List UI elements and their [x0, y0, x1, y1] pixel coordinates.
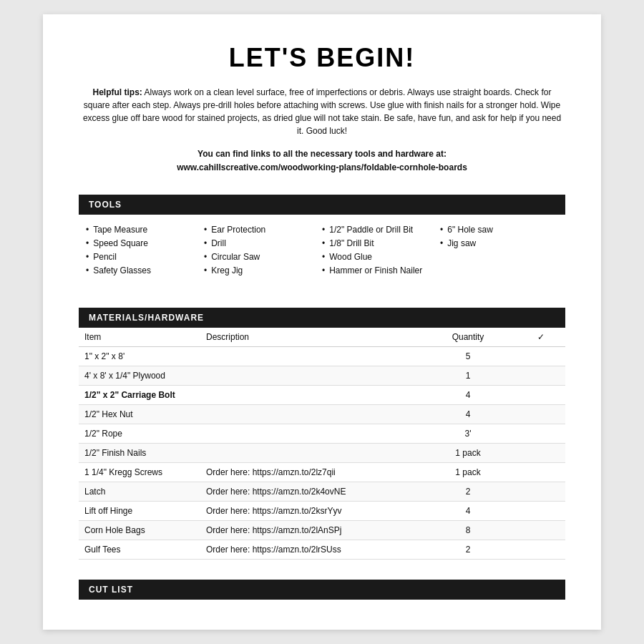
- list-item: Jig saw: [440, 238, 558, 248]
- item-cell: 4' x 8' x 1/4" Plywood: [79, 366, 200, 386]
- list-item: Wood Glue: [322, 252, 440, 262]
- description-cell: [200, 386, 419, 405]
- item-cell: 1/2" Finish Nails: [79, 444, 200, 463]
- check-cell: [517, 502, 565, 521]
- item-cell: Gulf Tees: [79, 540, 200, 560]
- table-header-row: Item Description Quantity ✓: [79, 328, 565, 347]
- page-title: LET'S BEGIN!: [79, 43, 565, 73]
- table-row: 1/2" Rope3': [79, 424, 565, 444]
- links-line: You can find links to all the necessary …: [79, 147, 565, 161]
- list-item: 1/8" Drill Bit: [322, 238, 440, 248]
- list-item: Tape Measure: [86, 225, 204, 235]
- table-row: 4' x 8' x 1/4" Plywood1: [79, 366, 565, 386]
- col-header-item: Item: [79, 328, 200, 347]
- quantity-cell: 2: [419, 540, 517, 560]
- item-cell: 1/2" Rope: [79, 424, 200, 444]
- quantity-cell: 1: [419, 366, 517, 386]
- item-cell: Corn Hole Bags: [79, 521, 200, 540]
- col-header-quantity: Quantity: [419, 328, 517, 347]
- quantity-cell: 2: [419, 482, 517, 502]
- materials-table-body: 1" x 2" x 8'54' x 8' x 1/4" Plywood11/2"…: [79, 347, 565, 560]
- page: LET'S BEGIN! Helpful tips: Always work o…: [43, 14, 601, 630]
- list-item: Circular Saw: [204, 252, 322, 262]
- quantity-cell: 4: [419, 502, 517, 521]
- list-item: Kreg Jig: [204, 265, 322, 275]
- list-item: Speed Square: [86, 238, 204, 248]
- quantity-cell: 5: [419, 347, 517, 366]
- description-cell: [200, 405, 419, 424]
- table-row: 1/2" x 2" Carriage Bolt4: [79, 386, 565, 405]
- check-cell: [517, 386, 565, 405]
- check-cell: [517, 347, 565, 366]
- quantity-cell: 3': [419, 424, 517, 444]
- description-cell: [200, 366, 419, 386]
- list-item: Pencil: [86, 252, 204, 262]
- quantity-cell: 4: [419, 386, 517, 405]
- table-row: Gulf TeesOrder here: https://amzn.to/2lr…: [79, 540, 565, 560]
- quantity-cell: 1 pack: [419, 463, 517, 482]
- check-cell: [517, 463, 565, 482]
- description-cell: [200, 444, 419, 463]
- item-cell: 1 1/4" Kregg Screws: [79, 463, 200, 482]
- check-cell: [517, 444, 565, 463]
- cut-list-header: CUT LIST: [79, 580, 565, 600]
- links-section: You can find links to all the necessary …: [79, 147, 565, 175]
- description-cell: [200, 347, 419, 366]
- helpful-tips-text: Always work on a clean level surface, fr…: [83, 87, 561, 136]
- table-row: 1/2" Hex Nut4: [79, 405, 565, 424]
- col-header-description: Description: [200, 328, 419, 347]
- col-header-check: ✓: [517, 328, 565, 347]
- list-item: 6" Hole saw: [440, 225, 558, 235]
- list-item: Hammer or Finish Nailer: [322, 265, 440, 275]
- materials-section: MATERIALS/HARDWARE Item Description Quan…: [79, 308, 565, 560]
- tools-col-1: Tape Measure Speed Square Pencil Safety …: [86, 225, 204, 279]
- description-cell: [200, 424, 419, 444]
- check-cell: [517, 424, 565, 444]
- description-cell: Order here: https://amzn.to/2lrSUss: [200, 540, 419, 560]
- table-row: 1" x 2" x 8'5: [79, 347, 565, 366]
- tools-grid: Tape Measure Speed Square Pencil Safety …: [79, 215, 565, 286]
- item-cell: 1" x 2" x 8': [79, 347, 200, 366]
- check-cell: [517, 366, 565, 386]
- tools-col-3: 1/2" Paddle or Drill Bit 1/8" Drill Bit …: [322, 225, 440, 279]
- item-cell: 1/2" Hex Nut: [79, 405, 200, 424]
- description-cell: Order here: https://amzn.to/2ksrYyv: [200, 502, 419, 521]
- check-cell: [517, 521, 565, 540]
- helpful-tips-label: Helpful tips:: [93, 87, 142, 97]
- item-cell: Latch: [79, 482, 200, 502]
- materials-table: Item Description Quantity ✓ 1" x 2" x 8'…: [79, 328, 565, 560]
- check-cell: [517, 405, 565, 424]
- tools-section: TOOLS Tape Measure Speed Square Pencil S…: [79, 195, 565, 286]
- quantity-cell: 8: [419, 521, 517, 540]
- list-item: Safety Glasses: [86, 265, 204, 275]
- description-cell: Order here: https://amzn.to/2k4ovNE: [200, 482, 419, 502]
- quantity-cell: 4: [419, 405, 517, 424]
- tools-col-4: 6" Hole saw Jig saw: [440, 225, 558, 279]
- check-cell: [517, 482, 565, 502]
- materials-header: MATERIALS/HARDWARE: [79, 308, 565, 328]
- helpful-tips: Helpful tips: Always work on a clean lev…: [79, 86, 565, 137]
- tools-header: TOOLS: [79, 195, 565, 215]
- description-cell: Order here: https://amzn.to/2lAnSPj: [200, 521, 419, 540]
- table-row: 1 1/4" Kregg ScrewsOrder here: https://a…: [79, 463, 565, 482]
- list-item: 1/2" Paddle or Drill Bit: [322, 225, 440, 235]
- list-item: Drill: [204, 238, 322, 248]
- tools-col-2: Ear Protection Drill Circular Saw Kreg J…: [204, 225, 322, 279]
- links-url: www.cahillscreative.com/woodworking-plan…: [79, 161, 565, 175]
- table-row: Lift off HingeOrder here: https://amzn.t…: [79, 502, 565, 521]
- table-row: LatchOrder here: https://amzn.to/2k4ovNE…: [79, 482, 565, 502]
- description-cell: Order here: https://amzn.to/2lz7qii: [200, 463, 419, 482]
- item-cell: 1/2" x 2" Carriage Bolt: [79, 386, 200, 405]
- quantity-cell: 1 pack: [419, 444, 517, 463]
- item-cell: Lift off Hinge: [79, 502, 200, 521]
- list-item: Ear Protection: [204, 225, 322, 235]
- cut-list-section: CUT LIST: [79, 580, 565, 600]
- check-cell: [517, 540, 565, 560]
- table-row: Corn Hole BagsOrder here: https://amzn.t…: [79, 521, 565, 540]
- table-row: 1/2" Finish Nails1 pack: [79, 444, 565, 463]
